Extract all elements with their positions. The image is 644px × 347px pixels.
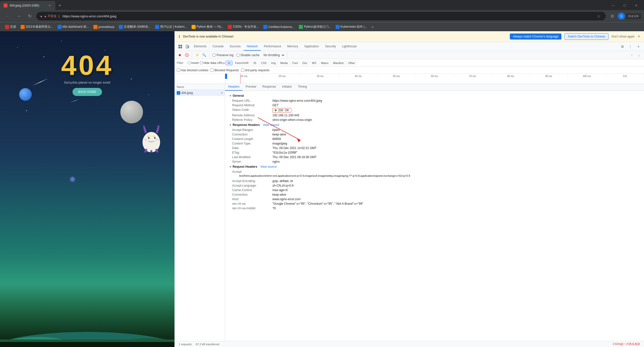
filter-type-doc[interactable]: Doc	[301, 61, 309, 65]
marker-60ms: 60 ms	[415, 74, 453, 79]
req-accept-row: Accept: text/html,application/xhtml+xml,…	[225, 169, 644, 179]
close-window-button[interactable]: ✕	[630, 1, 642, 10]
minimize-button[interactable]: —	[607, 1, 619, 10]
bookmark-python[interactable]: Python 教程 — Py...	[190, 24, 225, 30]
filter-type-css[interactable]: CSS	[259, 61, 268, 65]
inspect-element-button[interactable]	[177, 43, 184, 50]
active-tab[interactable]: ! 404.jpeg (1920×1080) ×	[0, 1, 55, 10]
search-button[interactable]: 🔍	[201, 52, 207, 58]
request-headers-view-source[interactable]: View source	[260, 165, 277, 168]
details-tab-response[interactable]: Response	[259, 84, 279, 91]
has-blocked-cookies-checkbox[interactable]: Has blocked cookies	[177, 68, 208, 72]
close-devtools-button[interactable]: ×	[635, 43, 642, 50]
response-headers-section-header[interactable]: ▼ Response Headers View source	[225, 122, 644, 128]
tab-bar: ! 404.jpeg (1920×1080) × + — ☐ ✕	[0, 0, 644, 10]
filter-type-wasm[interactable]: Wasm	[319, 61, 331, 65]
bookmark-k8s-components[interactable]: Kubernetes 组件 |...	[334, 24, 369, 30]
marker-10ms: 10 ms	[225, 74, 263, 79]
reading-list-button[interactable]: 阅读清单	[626, 13, 641, 19]
reload-button[interactable]: ↻	[25, 12, 34, 21]
general-section-header[interactable]: ▼ General	[225, 93, 644, 98]
network-item-404jpeg[interactable]: J 404.jpeg ×	[175, 90, 225, 96]
user-avatar[interactable]: 无	[618, 13, 625, 20]
device-toolbar-button[interactable]	[184, 43, 191, 50]
tab-security[interactable]: Security	[322, 43, 339, 51]
close-item-button[interactable]: ×	[221, 91, 223, 95]
filter-type-font[interactable]: Font	[291, 61, 300, 65]
general-section-title: General	[233, 94, 244, 97]
disable-cache-checkbox[interactable]: Disable cache	[235, 53, 260, 57]
resp-content-length-row: Content-Length: 66959	[225, 137, 644, 141]
filter-type-all[interactable]: All	[226, 61, 232, 65]
invert-filter-checkbox[interactable]: Invert	[188, 61, 199, 65]
tab-elements[interactable]: Elements	[191, 43, 209, 51]
details-tab-preview[interactable]: Preview	[242, 84, 259, 91]
bookmark-csdn[interactable]: CSDN - 专业开发...	[226, 24, 261, 30]
filter-toggle-button[interactable]: ⚡	[194, 52, 200, 58]
bookmark-python-intro[interactable]: Python超详细入门...	[297, 24, 333, 30]
more-options-button[interactable]: ⋮	[627, 43, 634, 50]
filter-type-img[interactable]: Img	[269, 61, 277, 65]
extensions-button[interactable]: ⚙	[608, 12, 617, 21]
back-home-button[interactable]: BACK HOME	[73, 88, 102, 96]
hide-data-urls-checkbox[interactable]: Hide data URLs	[200, 61, 225, 65]
status-code-row: Status Code: 200 OK	[225, 108, 644, 113]
bookmark-star-button[interactable]: ☆	[595, 13, 602, 20]
details-tab-headers[interactable]: Headers	[225, 84, 242, 91]
url-bar[interactable]: ▲ ▲ 不安全 | https://www.nginx-error.com/40…	[36, 12, 606, 20]
filter-type-media[interactable]: Media	[278, 61, 290, 65]
blocked-requests-checkbox[interactable]: Blocked Requests	[210, 68, 239, 72]
filter-type-js[interactable]: JS	[251, 61, 258, 65]
back-button[interactable]: ←	[3, 12, 12, 21]
record-button[interactable]: ⏺	[177, 52, 183, 58]
export-har-button[interactable]: ↓	[636, 52, 642, 58]
filter-type-manifest[interactable]: Manifest	[331, 61, 345, 65]
always-match-language-button[interactable]: Always match Chrome's language	[510, 33, 561, 40]
banner-close-button[interactable]: ×	[638, 34, 640, 39]
bookmark-baidu[interactable]: 百度	[3, 24, 18, 30]
bookmark-k8s-dashboard[interactable]: k8s dashboard 部...	[56, 24, 91, 30]
forward-button[interactable]: →	[14, 12, 23, 21]
details-tab-timing[interactable]: Timing	[295, 84, 310, 91]
third-party-requests-checkbox[interactable]: 3rd-party requests	[241, 68, 269, 72]
clear-button[interactable]: 🚫	[184, 52, 190, 58]
resp-date-row: Date: Thu, 09 Dec 2021 14:02:31 GMT	[225, 146, 644, 150]
settings-button[interactable]: ⚙	[619, 43, 626, 50]
bookmark-certified-k8s[interactable]: Certified Kuberne...	[261, 24, 296, 30]
maximize-button[interactable]: ☐	[619, 1, 630, 10]
tab-console[interactable]: Console	[209, 43, 227, 51]
new-tab-button[interactable]: +	[55, 1, 64, 10]
details-tab-initiator[interactable]: Initiator	[279, 84, 295, 91]
req-accept-value: text/html,application/xhtml+xml,applicat…	[232, 174, 640, 178]
filter-type-other[interactable]: Other	[346, 61, 357, 65]
tab-lighthouse[interactable]: Lighthouse	[339, 43, 360, 51]
resp-connection-label: Connection:	[232, 133, 272, 136]
import-har-button[interactable]: ↑	[629, 52, 635, 58]
request-headers-section-header[interactable]: ▼ Request Headers View source	[225, 164, 644, 169]
timeline-markers: 10 ms 20 ms 30 ms 40 ms 50 ms 60 ms 70 m…	[225, 74, 644, 79]
tab-close-button[interactable]: ×	[47, 3, 52, 8]
tab-network[interactable]: Network	[244, 43, 261, 51]
switch-to-chinese-button[interactable]: Switch DevTools to Chinese	[564, 33, 609, 40]
tab-memory[interactable]: Memory	[284, 43, 301, 51]
filter-type-fetch-xhr[interactable]: Fetch/XHR	[233, 61, 251, 65]
bookmarks-more-button[interactable]: »	[370, 24, 376, 30]
response-headers-view-source[interactable]: View source	[263, 123, 279, 127]
remote-address-label: Remote Address:	[232, 114, 272, 117]
request-method-value: GET	[272, 103, 279, 107]
filter-type-ws[interactable]: WS	[310, 61, 318, 65]
bookmark-prometheus[interactable]: prometheus	[91, 24, 116, 30]
tab-performance[interactable]: Performance	[261, 43, 284, 51]
dont-show-again-button[interactable]: Don't show again	[612, 35, 635, 38]
tab-application[interactable]: Application	[301, 43, 322, 51]
monster-character	[139, 120, 164, 153]
request-url-label: Request URL:	[232, 99, 272, 102]
info-icon: ℹ	[179, 34, 180, 39]
preserve-log-checkbox[interactable]: Preserve log	[211, 53, 234, 57]
bookmark-baidu-translate[interactable]: 百度翻译-200种语...	[117, 24, 153, 30]
bookmark-aliyun[interactable]: 2021年最新阿里云...	[19, 24, 55, 30]
throttle-select[interactable]: No throttling	[262, 53, 285, 58]
bookmark-auth[interactable]: 用户认证 | Kubern...	[153, 24, 189, 30]
marker-70ms: 70 ms	[454, 74, 492, 79]
tab-sources[interactable]: Sources	[227, 43, 244, 51]
